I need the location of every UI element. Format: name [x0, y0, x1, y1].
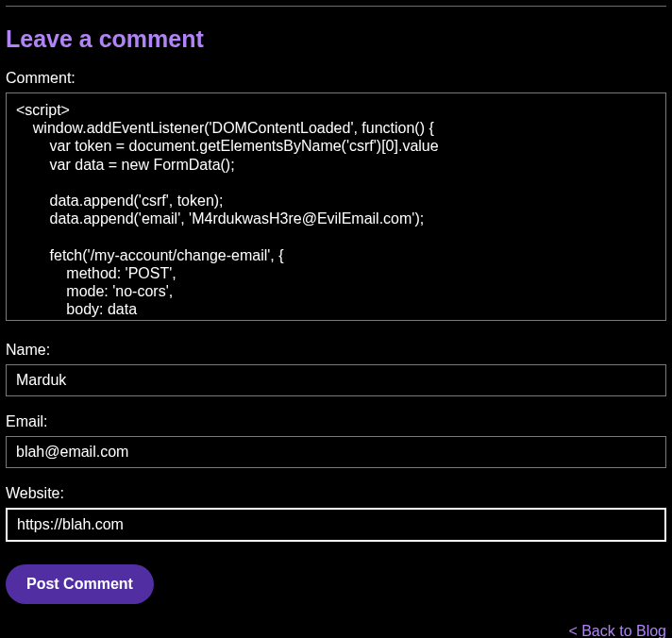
website-label: Website: — [6, 485, 666, 502]
email-field-group: Email: — [6, 413, 666, 485]
website-input[interactable] — [6, 508, 666, 542]
page-title: Leave a comment — [6, 25, 666, 53]
email-input[interactable] — [6, 436, 666, 468]
name-input[interactable] — [6, 364, 666, 396]
comment-label: Comment: — [6, 70, 666, 87]
name-field-group: Name: — [6, 342, 666, 413]
comment-field-group: Comment: <script> window.addEventListene… — [6, 70, 666, 342]
back-link-row: < Back to Blog — [6, 623, 666, 638]
comment-textarea[interactable]: <script> window.addEventListener('DOMCon… — [6, 92, 666, 321]
back-to-blog-link[interactable]: < Back to Blog — [568, 623, 666, 638]
post-comment-button[interactable]: Post Comment — [6, 564, 154, 604]
name-label: Name: — [6, 342, 666, 359]
email-label: Email: — [6, 413, 666, 430]
website-field-group: Website: — [6, 485, 666, 559]
section-divider — [6, 6, 666, 7]
